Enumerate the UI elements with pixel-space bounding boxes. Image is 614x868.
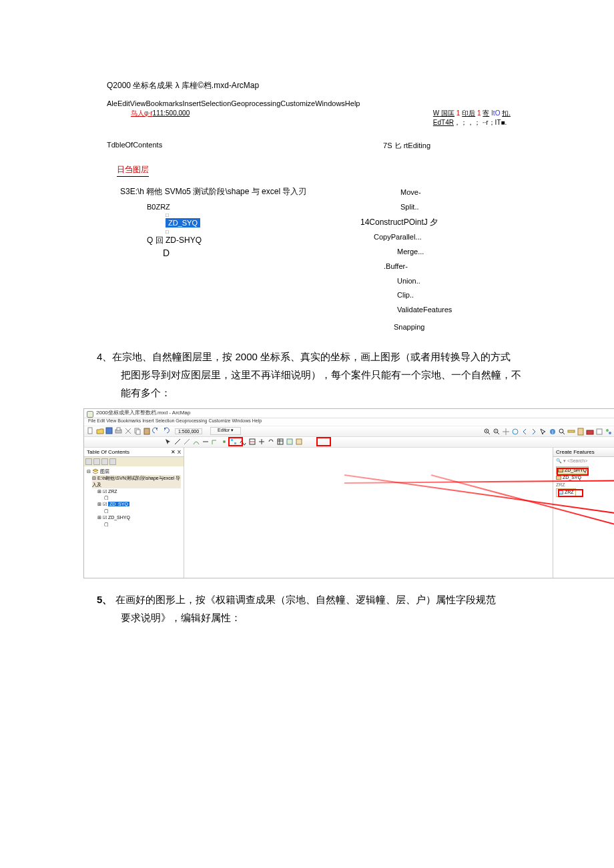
trace-icon[interactable] (202, 438, 210, 446)
right-angle-icon[interactable] (211, 438, 219, 446)
ss-toc-title: Table Of Contents (87, 449, 129, 455)
instruction-4: 4、在宗地、自然幢图层里，按 2000 坐标系、真实的坐标，画上图形（或者用转换… (97, 348, 587, 402)
list-by-drawing-icon[interactable] (85, 458, 92, 465)
ss-toc-toolbar (84, 457, 184, 466)
layer-path: S3E:\h 翱他 SVMo5 测试阶段\shape 与 excel 导入刃 (120, 186, 360, 197)
create-search-input[interactable]: 🔍 ▾ <Search> (553, 457, 614, 465)
undo-icon[interactable] (152, 427, 160, 435)
open-icon[interactable] (96, 427, 104, 435)
edit-tool-icon[interactable] (164, 438, 172, 446)
right-controls-1: W 国匡 1 印后 1 寄 ItO 扣. (433, 109, 511, 118)
ss-toc-tree: ⊟ 图层 ⊟ E:\h翱他\SVN测试阶段\shape与excel 导入及 ⊞ … (84, 466, 184, 530)
find-icon[interactable] (558, 428, 566, 436)
full-extent-icon[interactable] (511, 428, 519, 436)
rotate-icon[interactable] (267, 438, 275, 446)
tree-item-zd-syq[interactable]: ZD_SYQ (166, 218, 360, 228)
print-icon[interactable] (115, 427, 123, 435)
svg-rect-5 (136, 430, 140, 434)
identify-icon[interactable]: i (549, 428, 557, 436)
pan-icon[interactable] (502, 428, 510, 436)
svg-point-19 (223, 440, 226, 443)
list-by-source-icon[interactable] (93, 458, 100, 465)
straight-segment-icon[interactable] (183, 438, 191, 446)
svg-rect-1 (106, 428, 112, 434)
menu-move[interactable]: Move- (400, 186, 452, 199)
cut-icon[interactable] (124, 427, 132, 435)
scale-value: 111:500,000 (153, 109, 190, 117)
python-icon[interactable] (595, 428, 603, 436)
toc-label: TdbleOfContents (107, 141, 162, 151)
menu-union[interactable]: Union.. (397, 275, 452, 288)
svg-point-17 (606, 429, 609, 432)
select-icon[interactable] (539, 428, 547, 436)
red-highlight-4 (558, 489, 583, 497)
toc-item-zrz[interactable]: ZRZ (108, 489, 117, 494)
new-icon[interactable] (87, 427, 95, 435)
zoom-out-icon[interactable] (493, 428, 501, 436)
ss-map-canvas[interactable] (184, 448, 553, 578)
list-by-selection-icon[interactable] (109, 458, 116, 465)
arcmap-screenshot: 2000坐标成果入库整数档.mxd - ArcMap File Edit Vie… (83, 408, 614, 578)
svg-rect-16 (597, 429, 602, 434)
measure-icon[interactable] (567, 428, 575, 436)
tree-symbol-zrz: □ (166, 212, 360, 218)
toolbox-icon[interactable] (586, 428, 594, 436)
endpoint-arc-icon[interactable] (192, 438, 200, 446)
zoom-prev-icon[interactable] (521, 428, 529, 436)
catalog-icon[interactable] (577, 428, 585, 436)
layers-group-header: 日刍图层 (117, 164, 149, 177)
menu-snapping[interactable]: Snapping (394, 321, 452, 334)
cut-poly-icon[interactable] (248, 438, 256, 446)
menu-construct[interactable]: 14ConstructPOintJ 夕 (360, 215, 452, 230)
menu-split[interactable]: Split.. (400, 201, 452, 214)
svg-point-9 (513, 429, 518, 434)
ss-scale-input[interactable]: 1:500,000 (175, 428, 202, 434)
svg-rect-25 (296, 439, 302, 444)
layers-icon (92, 468, 99, 475)
editor-dropdown[interactable]: Editor ▾ (210, 427, 241, 435)
svg-rect-3 (117, 428, 120, 430)
toc-item-zd-shyq[interactable]: ZD_SHYQ (108, 515, 130, 520)
point-icon[interactable] (220, 438, 228, 446)
ss-menu: File Edit View Bookmarks Insert Selectio… (84, 418, 614, 426)
modelbuilder-icon[interactable] (605, 428, 613, 436)
svg-point-18 (609, 432, 611, 434)
zoom-next-icon[interactable] (530, 428, 538, 436)
window-title: Q2000 坐标名成果 λ 库橦©档.mxd-ArcMap (107, 80, 587, 91)
scale-text: 鸟人φ·r111:500,000 (131, 109, 190, 127)
save-icon[interactable] (105, 427, 113, 435)
scale-prefix: 鸟人φ·r (131, 109, 153, 117)
ss-titlebar: 2000坐标成果入库整数档.mxd - ArcMap (84, 409, 614, 418)
menu-bar-text: AleEditViewBookmarksInsertSelectionGeopr… (107, 99, 587, 107)
create-features-icon[interactable] (295, 438, 303, 446)
ss-toc-close-icon[interactable]: ✕ X (171, 449, 181, 455)
ss-toolbar-editor (84, 437, 614, 448)
ss-toolbar-main: 1:500,000 Editor ▾ i (84, 426, 614, 437)
svg-rect-13 (568, 430, 575, 432)
menu-validate[interactable]: ValidateFeatures (397, 304, 452, 317)
svg-rect-15 (587, 430, 593, 434)
svg-rect-6 (144, 428, 149, 434)
menu-buffer[interactable]: .Buffer- (384, 260, 452, 274)
sketch-properties-icon[interactable] (286, 438, 294, 446)
create-features-title: Create Features (553, 448, 614, 457)
paste-icon[interactable] (143, 427, 151, 435)
red-highlight-1 (228, 437, 243, 446)
split-tool-icon[interactable] (258, 438, 266, 446)
edit-annotation-icon[interactable] (174, 438, 182, 446)
attributes-icon[interactable] (276, 438, 284, 446)
toc-item-zd-syq[interactable]: ZD_SYQ (108, 502, 129, 506)
start-editing-label: 7S 匕 rtEditing (383, 141, 430, 151)
zoom-in-icon[interactable] (483, 428, 491, 436)
redo-icon[interactable] (162, 427, 170, 435)
menu-copy-parallel[interactable]: CopyParallel... (374, 231, 452, 244)
tree-symbol-zd-syq: □ (166, 229, 360, 235)
tree-item-zd-shyq[interactable]: Q 回 ZD-SHYQ (147, 235, 360, 246)
menu-merge[interactable]: Merge... (397, 246, 452, 259)
svg-rect-23 (278, 439, 283, 444)
copy-icon[interactable] (133, 427, 141, 435)
tree-item-zrz[interactable]: B0ZRZ (147, 203, 360, 211)
list-by-visibility-icon[interactable] (101, 458, 108, 465)
menu-clip[interactable]: Clip.. (397, 289, 452, 302)
svg-rect-0 (88, 428, 92, 434)
